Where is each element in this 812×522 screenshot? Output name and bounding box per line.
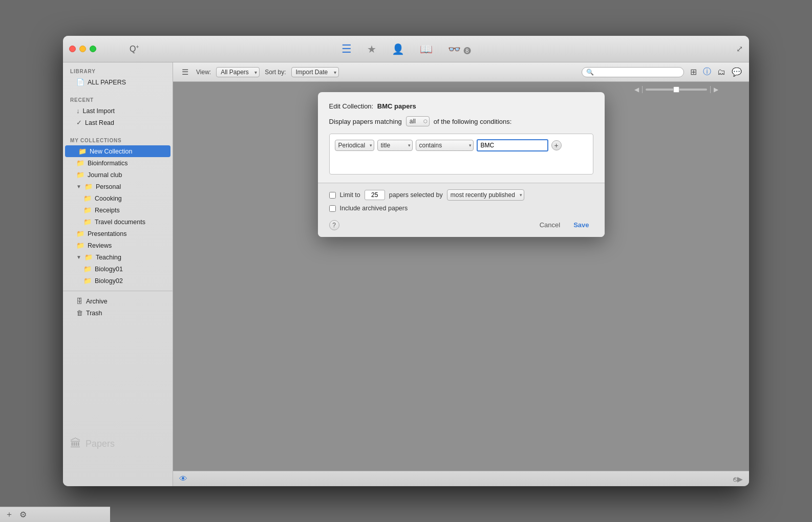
condition-value-input[interactable] (477, 139, 548, 151)
view-select-wrap[interactable]: All Papers (216, 67, 260, 77)
hamburger-menu-button[interactable]: ☰ (179, 66, 191, 78)
my-collections-header: MY COLLECTIONS (63, 132, 173, 145)
collection-icon-personal: 📁 (84, 183, 93, 190)
operator-select-wrap[interactable]: contains does not contain is (416, 140, 474, 151)
sidebar: LIBRARY 📄 ALL PAPERS RECENT ↓ Last Impor… (63, 62, 173, 486)
save-button[interactable]: Save (569, 219, 593, 231)
operator-select[interactable]: contains does not contain is (416, 140, 474, 151)
limit-sort-select-wrap[interactable]: most recently published most recently ad… (447, 189, 524, 201)
search-icon: 🔍 (586, 69, 594, 76)
limit-label: Limit to (340, 191, 360, 199)
sidebar-item-biology02[interactable]: 📁 Biology02 (63, 275, 173, 287)
search-input[interactable] (596, 69, 678, 76)
collection-icon-presentations: 📁 (76, 230, 84, 237)
traffic-lights (69, 46, 96, 52)
main-window: Q+ ☰ ★ 👤 📖 👓 8 ⤢ LIBRARY 📄 ALL PAPERS RE… (63, 36, 749, 486)
limit-row: Limit to papers selected by most recentl… (329, 189, 593, 201)
limit-checkbox[interactable] (329, 192, 336, 199)
add-condition-button[interactable]: + (551, 140, 562, 150)
sidebar-item-travel[interactable]: 📁 Travel documents (63, 216, 173, 228)
trash-icon: 🗑 (76, 309, 83, 317)
export-button[interactable]: ⎋ (733, 475, 737, 483)
edit-collection-dialog: Edit Collection: BMC papers Display pape… (318, 92, 605, 237)
main-content: LIBRARY 📄 ALL PAPERS RECENT ↓ Last Impor… (63, 62, 749, 486)
search-box: 🔍 (582, 67, 684, 77)
include-archived-checkbox[interactable] (329, 205, 336, 212)
last-read-icon: ✓ (76, 119, 82, 126)
collection-icon-travel: 📁 (83, 218, 92, 226)
expand-icon[interactable]: ⤢ (736, 44, 743, 54)
include-archived-row: Include archived papers (329, 205, 593, 212)
info-icon[interactable]: ⓘ (702, 66, 712, 78)
eye-button[interactable]: 👁 (179, 474, 187, 484)
dialog-title: Edit Collection: BMC papers (329, 102, 593, 110)
display-matching-row: Display papers matching all any of the f… (329, 116, 593, 126)
sidebar-item-receipts[interactable]: 📁 Receipts (63, 204, 173, 216)
bottom-bar: 👁 ⎋ ▶ (173, 471, 749, 486)
sort-label: Sort by: (265, 69, 286, 76)
recent-header: RECENT (63, 91, 173, 105)
sidebar-item-personal[interactable]: ▼ 📁 Personal (63, 181, 173, 192)
field1-select-wrap[interactable]: Periodical Author Title (335, 140, 374, 151)
limit-suffix-label: papers selected by (389, 191, 443, 199)
folder-icon[interactable]: 🗂 (716, 67, 726, 78)
sidebar-item-teaching[interactable]: ▼ 📁 Teaching (63, 251, 173, 263)
display-matching-label: Display papers matching (329, 118, 402, 125)
sort-select[interactable]: Import Date (291, 67, 339, 77)
collection-icon-new: 📁 (78, 147, 87, 155)
tab-star-icon[interactable]: ★ (367, 43, 376, 55)
chat-icon[interactable]: 💬 (731, 66, 743, 78)
sidebar-item-archive[interactable]: 🗄 Archive (63, 295, 173, 307)
sidebar-item-all-papers[interactable]: 📄 ALL PAPERS (63, 76, 173, 88)
field1-select[interactable]: Periodical Author Title (335, 140, 374, 151)
sidebar-item-reviews[interactable]: 📁 Reviews (63, 240, 173, 251)
tab-book-icon[interactable]: 📖 (420, 43, 433, 55)
minimize-button[interactable] (79, 46, 86, 52)
match-select-wrap[interactable]: all any (406, 116, 430, 126)
field2-select[interactable]: title author keyword (377, 140, 413, 151)
fullscreen-button[interactable] (90, 46, 96, 52)
sidebar-item-last-import[interactable]: ↓ Last Import (63, 105, 173, 117)
papers-watermark-text: Papers (86, 439, 115, 449)
limit-sort-select[interactable]: most recently published most recently ad… (447, 189, 524, 201)
close-button[interactable] (69, 46, 76, 52)
cancel-button[interactable]: Cancel (536, 219, 564, 231)
sidebar-item-bioinformatics[interactable]: 📁 Bioinformatics (63, 157, 173, 169)
tab-glasses-icon[interactable]: 👓 8 (448, 43, 471, 55)
sidebar-item-presentations[interactable]: 📁 Presentations (63, 228, 173, 240)
conditions-label: of the following conditions: (434, 118, 511, 125)
limit-input[interactable] (365, 190, 385, 200)
tab-person-icon[interactable]: 👤 (392, 43, 404, 55)
collection-icon-cooking: 📁 (83, 194, 92, 202)
sidebar-item-cooking[interactable]: 📁 Coooking (63, 192, 173, 204)
content-area: ☰ View: All Papers Sort by: Import Date … (173, 62, 749, 486)
collection-icon-receipts: 📁 (83, 206, 92, 214)
grid-view-icon[interactable]: ⊞ (689, 66, 698, 78)
sidebar-item-biology01[interactable]: 📁 Biology01 (63, 263, 173, 275)
match-select[interactable]: all any (406, 116, 430, 126)
archive-icon: 🗄 (76, 297, 83, 305)
toolbar-right-icons: ⊞ ⓘ 🗂 💬 (689, 66, 743, 78)
dialog-collection-name: BMC papers (377, 102, 416, 110)
all-papers-icon: 📄 (76, 78, 84, 86)
conditions-area: Periodical Author Title title au (329, 134, 593, 175)
sort-select-wrap[interactable]: Import Date (291, 67, 339, 77)
arrow-right-button[interactable]: ▶ (737, 475, 743, 483)
search-plus-button[interactable]: Q+ (130, 44, 139, 54)
sidebar-divider (63, 291, 173, 291)
view-select[interactable]: All Papers (216, 67, 260, 77)
sidebar-item-journal-club[interactable]: 📁 Journal club (63, 169, 173, 181)
toolbar: ☰ View: All Papers Sort by: Import Date … (173, 62, 749, 82)
tab-list-icon[interactable]: ☰ (341, 42, 352, 56)
library-header: LIBRARY (63, 62, 173, 76)
sidebar-item-new-collection[interactable]: 📁 New Collection (65, 145, 170, 157)
sidebar-item-trash[interactable]: 🗑 Trash (63, 307, 173, 319)
content-scroll-area: ◀ ▶ Edit Collection: (173, 82, 749, 471)
sidebar-item-last-read[interactable]: ✓ Last Read (63, 117, 173, 128)
collection-icon-reviews: 📁 (76, 242, 84, 249)
field2-select-wrap[interactable]: title author keyword (377, 140, 413, 151)
collection-icon-bio01: 📁 (83, 265, 92, 273)
help-button[interactable]: ? (329, 220, 339, 230)
last-import-icon: ↓ (76, 107, 80, 115)
titlebar-tab-bar: ☰ ★ 👤 📖 👓 8 (341, 42, 471, 56)
